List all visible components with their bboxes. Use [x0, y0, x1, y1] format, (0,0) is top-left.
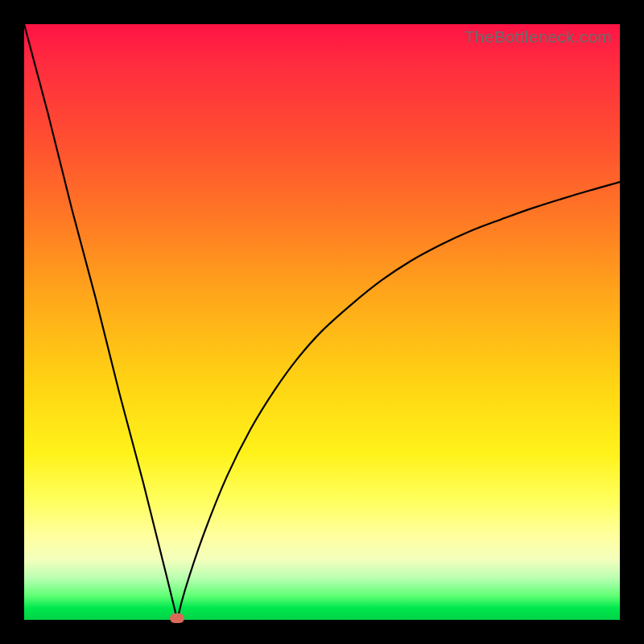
plot-area: TheBottleneck.com	[24, 24, 620, 620]
chart-frame: TheBottleneck.com	[0, 0, 644, 644]
optimum-marker	[170, 613, 184, 623]
bottleneck-curve	[24, 24, 620, 620]
